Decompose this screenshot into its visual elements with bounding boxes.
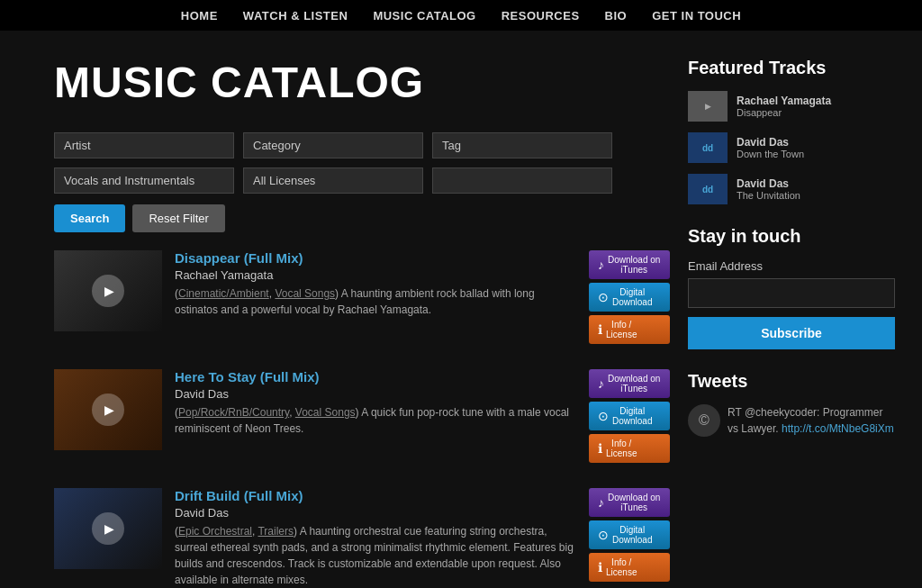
track-thumbnail [54, 488, 162, 569]
filter-row-2: Vocals and Instrumentals All Licenses [54, 167, 670, 194]
featured-tracks-title: Featured Tracks [688, 58, 895, 78]
nav-home[interactable]: HOME [181, 9, 218, 23]
play-button[interactable] [92, 512, 124, 545]
track-actions: ♪ Download oniTunes ⊙ DigitalDownload ℹ … [589, 488, 670, 582]
tag-select[interactable]: Tag [432, 132, 612, 158]
featured-item: ▶ Rachael Yamagata Disappear [688, 91, 895, 122]
main-nav: HOME WATCH & LISTEN MUSIC CATALOG RESOUR… [0, 0, 922, 31]
featured-info: David Das The Unvitation [737, 177, 800, 201]
sidebar: Featured Tracks ▶ Rachael Yamagata Disap… [688, 58, 895, 588]
featured-thumb: dd [688, 174, 728, 204]
tweet-link[interactable]: http://t.co/MtNbeG8iXm [782, 422, 894, 435]
tag-input[interactable] [432, 167, 612, 194]
track-info: Disappear (Full Mix) Rachael Yamagata (C… [175, 250, 576, 318]
play-button[interactable] [92, 394, 124, 426]
featured-tracks-section: Featured Tracks ▶ Rachael Yamagata Disap… [688, 58, 895, 204]
featured-item: dd David Das The Unvitation [688, 174, 895, 204]
digital-download-button[interactable]: ⊙ DigitalDownload [589, 283, 670, 312]
info-license-button[interactable]: ℹ Info /License [589, 434, 670, 463]
tag-link[interactable]: Vocal Songs [295, 406, 356, 419]
featured-artist: David Das [737, 136, 804, 149]
track-thumbnail [54, 250, 162, 331]
tweet-content: RT @cheekycoder: Programmer vs Lawyer. h… [728, 404, 895, 437]
featured-title: The Unvitation [737, 190, 800, 201]
stay-in-touch-title: Stay in touch [688, 226, 895, 247]
tag-link[interactable]: Cinematic/Ambient [178, 287, 269, 300]
featured-thumb: ▶ [688, 91, 728, 122]
featured-info: David Das Down the Town [737, 136, 804, 159]
track-title[interactable]: Here To Stay (Full Mix) [175, 369, 576, 384]
track-description: (Cinematic/Ambient, Vocal Songs) A haunt… [175, 285, 576, 318]
tweets-section: Tweets © RT @cheekycoder: Programmer vs … [688, 371, 895, 437]
download-icon: ⊙ [598, 528, 609, 542]
email-input[interactable] [688, 278, 895, 308]
category-select[interactable]: Category [243, 132, 423, 158]
itunes-icon: ♪ [598, 376, 604, 391]
track-artist: Rachael Yamagata [175, 268, 576, 282]
track-actions: ♪ Download oniTunes ⊙ DigitalDownload ℹ … [589, 369, 670, 463]
filter-row-1: Artist Category Tag [54, 132, 670, 158]
tag-link[interactable]: Vocal Songs [275, 287, 335, 300]
tag-link[interactable]: Pop/Rock/RnB/Country [178, 406, 289, 419]
track-row: Here To Stay (Full Mix) David Das (Pop/R… [54, 369, 670, 463]
nav-music-catalog[interactable]: MUSIC CATALOG [373, 9, 475, 23]
itunes-button[interactable]: ♪ Download oniTunes [589, 369, 670, 398]
track-title[interactable]: Drift Build (Full Mix) [175, 488, 576, 503]
featured-title: Down the Town [737, 149, 804, 159]
download-icon: ⊙ [598, 409, 609, 423]
info-icon: ℹ [598, 322, 602, 337]
featured-info: Rachael Yamagata Disappear [737, 95, 831, 118]
featured-item: dd David Das Down the Town [688, 132, 895, 163]
page-title: MUSIC CATALOG [54, 58, 670, 107]
search-button[interactable]: Search [54, 204, 125, 232]
track-title[interactable]: Disappear (Full Mix) [175, 250, 576, 266]
stay-in-touch-section: Stay in touch Email Address Subscribe [688, 226, 895, 349]
info-license-button[interactable]: ℹ Info /License [589, 315, 670, 344]
track-artist: David Das [175, 387, 576, 401]
nav-get-in-touch[interactable]: GET IN TOUCH [652, 9, 741, 23]
email-label: Email Address [688, 259, 895, 273]
track-info: Drift Build (Full Mix) David Das (Epic O… [175, 488, 576, 588]
track-thumbnail [54, 369, 162, 450]
track-row: Disappear (Full Mix) Rachael Yamagata (C… [54, 250, 670, 344]
play-button[interactable] [92, 275, 124, 307]
track-row: Drift Build (Full Mix) David Das (Epic O… [54, 488, 670, 588]
itunes-icon: ♪ [598, 495, 604, 510]
featured-artist: Rachael Yamagata [737, 95, 831, 107]
itunes-button[interactable]: ♪ Download oniTunes [589, 488, 670, 517]
nav-bio[interactable]: BIO [605, 9, 628, 23]
itunes-icon: ♪ [598, 258, 604, 272]
tag-link[interactable]: Trailers [258, 525, 294, 538]
track-description: (Pop/Rock/RnB/Country, Vocal Songs) A qu… [175, 404, 576, 437]
tweet-avatar: © [688, 404, 720, 437]
track-description: (Epic Orchestral, Trailers) A haunting o… [175, 523, 576, 588]
download-icon: ⊙ [598, 290, 609, 304]
itunes-button[interactable]: ♪ Download oniTunes [589, 250, 670, 279]
digital-download-button[interactable]: ⊙ DigitalDownload [589, 402, 670, 430]
licenses-select[interactable]: All Licenses [243, 167, 423, 194]
search-bar: Search Reset Filter [54, 204, 670, 232]
vocals-select[interactable]: Vocals and Instrumentals [54, 167, 234, 194]
info-icon: ℹ [598, 560, 602, 574]
info-icon: ℹ [598, 441, 602, 456]
nav-watch-listen[interactable]: WATCH & LISTEN [243, 9, 348, 23]
track-artist: David Das [175, 506, 576, 520]
digital-download-button[interactable]: ⊙ DigitalDownload [589, 520, 670, 549]
subscribe-button[interactable]: Subscribe [688, 317, 895, 349]
reset-button[interactable]: Reset Filter [132, 204, 224, 232]
artist-select[interactable]: Artist [54, 132, 234, 158]
nav-resources[interactable]: RESOURCES [502, 9, 580, 23]
tweets-title: Tweets [688, 371, 895, 392]
featured-thumb: dd [688, 132, 728, 163]
info-license-button[interactable]: ℹ Info /License [589, 553, 670, 582]
track-info: Here To Stay (Full Mix) David Das (Pop/R… [175, 369, 576, 437]
track-actions: ♪ Download oniTunes ⊙ DigitalDownload ℹ … [589, 250, 670, 344]
featured-artist: David Das [737, 177, 800, 190]
featured-title: Disappear [737, 107, 831, 118]
tag-link[interactable]: Epic Orchestral [178, 525, 252, 538]
